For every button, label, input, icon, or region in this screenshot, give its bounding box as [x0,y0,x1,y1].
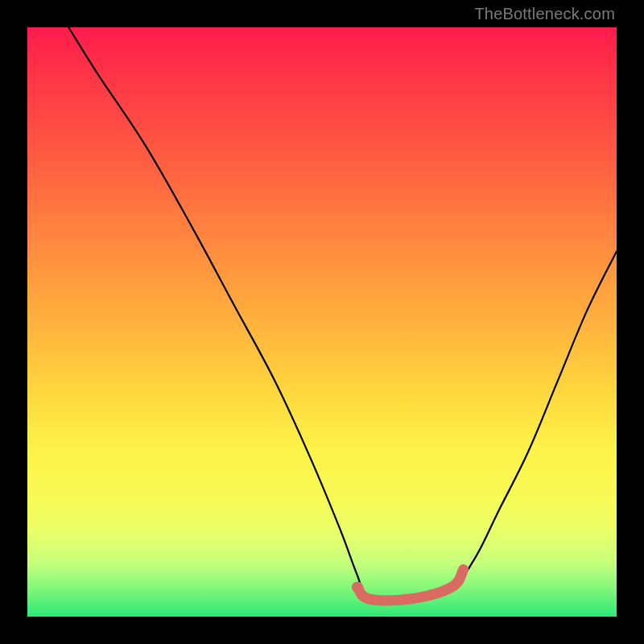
chart-frame: TheBottleneck.com [0,0,644,644]
bottleneck-curve [68,27,617,601]
chart-svg [27,27,617,617]
watermark-text: TheBottleneck.com [474,5,615,23]
plot-area [27,27,617,617]
optimal-start-dot [352,581,363,592]
optimal-range-highlight [357,569,464,601]
